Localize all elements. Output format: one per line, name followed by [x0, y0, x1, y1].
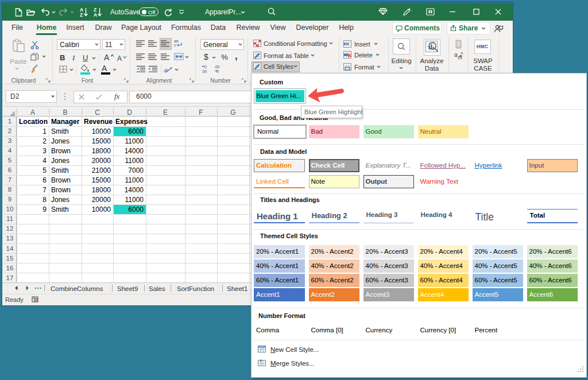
svg-text:.00: .00: [202, 69, 207, 73]
svg-text:A: A: [94, 12, 97, 18]
svg-text:c: c: [174, 43, 176, 47]
svg-text:Z: Z: [80, 12, 83, 18]
svg-text:.00: .00: [214, 65, 219, 69]
svg-text:0: 0: [204, 65, 207, 69]
svg-text:ab: ab: [174, 39, 179, 43]
svg-text:a: a: [454, 51, 458, 58]
